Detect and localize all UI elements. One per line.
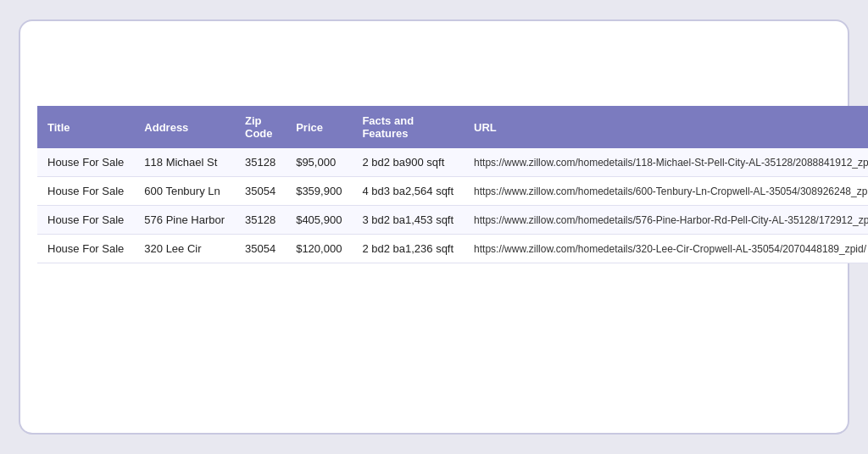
col-zipcode: Zip Code [235, 106, 286, 148]
table-row: House For Sale576 Pine Harbor35128$405,9… [37, 206, 868, 235]
cell-facts-0: 2 bd2 ba900 sqft [352, 148, 464, 177]
cell-address-1: 600 Tenbury Ln [134, 177, 235, 206]
cell-title-1: House For Sale [37, 177, 134, 206]
col-facts: Facts and Features [352, 106, 464, 148]
cell-zipcode-1: 35054 [235, 177, 286, 206]
top-spacer [37, 38, 831, 106]
col-address: Address [134, 106, 235, 148]
bottom-spacer [37, 348, 831, 416]
cell-facts-3: 2 bd2 ba1,236 sqft [352, 235, 464, 263]
table-row: House For Sale118 Michael St35128$95,000… [37, 148, 868, 177]
cell-title-0: House For Sale [37, 148, 134, 177]
cell-address-3: 320 Lee Cir [134, 235, 235, 263]
table-row: House For Sale600 Tenbury Ln35054$359,90… [37, 177, 868, 206]
cell-facts-2: 3 bd2 ba1,453 sqft [352, 206, 464, 235]
cell-price-3: $120,000 [286, 235, 352, 263]
cell-address-0: 118 Michael St [134, 148, 235, 177]
cell-facts-1: 4 bd3 ba2,564 sqft [352, 177, 464, 206]
col-url: URL [464, 106, 868, 148]
cell-price-2: $405,900 [286, 206, 352, 235]
table-header-row: Title Address Zip Code Price Facts and F… [37, 106, 868, 148]
col-title: Title [37, 106, 134, 148]
cell-zipcode-2: 35128 [235, 206, 286, 235]
cell-url-2: https://www.zillow.com/homedetails/576-P… [464, 206, 868, 235]
cell-zipcode-3: 35054 [235, 235, 286, 263]
table-row: House For Sale320 Lee Cir35054$120,0002 … [37, 235, 868, 263]
cell-url-0: https://www.zillow.com/homedetails/118-M… [464, 148, 868, 177]
table-wrapper: Title Address Zip Code Price Facts and F… [37, 106, 831, 348]
cell-zipcode-0: 35128 [235, 148, 286, 177]
cell-title-2: House For Sale [37, 206, 134, 235]
cell-url-3: https://www.zillow.com/homedetails/320-L… [464, 235, 868, 263]
cell-price-0: $95,000 [286, 148, 352, 177]
cell-title-3: House For Sale [37, 235, 134, 263]
main-container: Title Address Zip Code Price Facts and F… [19, 19, 849, 435]
cell-price-1: $359,900 [286, 177, 352, 206]
listings-table: Title Address Zip Code Price Facts and F… [37, 106, 868, 263]
cell-address-2: 576 Pine Harbor [134, 206, 235, 235]
cell-url-1: https://www.zillow.com/homedetails/600-T… [464, 177, 868, 206]
col-price: Price [286, 106, 352, 148]
